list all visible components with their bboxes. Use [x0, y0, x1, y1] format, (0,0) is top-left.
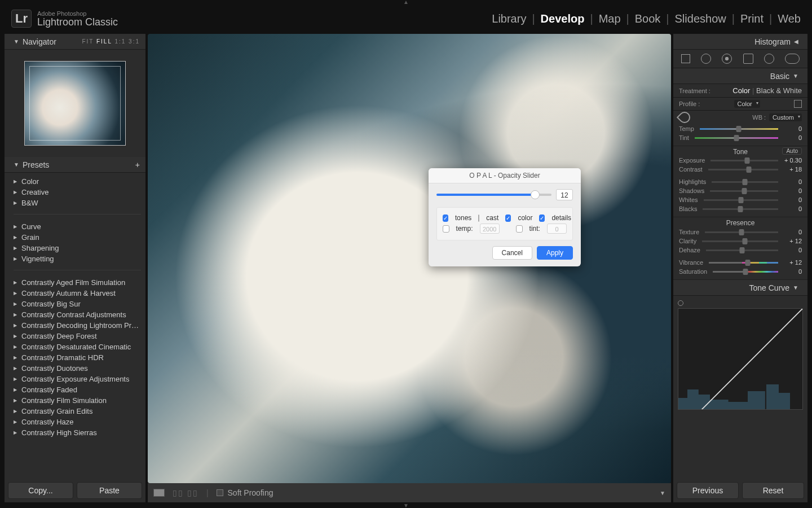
clarity-slider[interactable]: [702, 240, 778, 242]
tone-curve-header[interactable]: Tone Curve▼: [673, 280, 807, 296]
preset-item[interactable]: Grain: [14, 232, 141, 243]
reset-button[interactable]: Reset: [742, 482, 804, 499]
profile-dropdown[interactable]: Color: [734, 100, 760, 108]
tint-value[interactable]: 0: [784, 134, 802, 141]
preset-item[interactable]: Contrastly Exposure Adjustments: [14, 374, 141, 384]
treatment-bw[interactable]: Black & White: [756, 86, 802, 95]
previous-button[interactable]: Previous: [677, 482, 739, 499]
temp-field[interactable]: 2000: [480, 224, 500, 234]
contrast-slider[interactable]: [708, 169, 778, 170]
zoom-3:1[interactable]: 3:1: [129, 38, 140, 45]
preset-item[interactable]: Color: [14, 176, 141, 187]
paste-button[interactable]: Paste: [77, 482, 142, 499]
details-checkbox[interactable]: ✓: [539, 214, 545, 222]
preset-item[interactable]: Contrastly Haze: [14, 417, 141, 427]
clarity-value[interactable]: + 12: [784, 238, 802, 244]
cancel-button[interactable]: Cancel: [492, 246, 532, 260]
tint-slider[interactable]: [695, 137, 778, 139]
basic-header[interactable]: Basic▼: [673, 68, 807, 84]
brush-tool-icon[interactable]: [785, 54, 800, 64]
cast-checkbox[interactable]: [478, 214, 479, 222]
vibrance-slider[interactable]: [709, 262, 778, 264]
preset-item[interactable]: Contrastly Decoding Lightroom Presets: [14, 320, 141, 331]
blacks-value[interactable]: 0: [784, 205, 802, 212]
shadows-value[interactable]: 0: [784, 187, 802, 194]
preset-item[interactable]: Contrastly Faded: [14, 384, 141, 395]
navigator-thumbnail[interactable]: [5, 50, 145, 157]
copy-button[interactable]: Copy...: [8, 482, 73, 499]
module-library[interactable]: Library: [492, 12, 526, 25]
photo-canvas[interactable]: O P A L - Opacity Slider 12 ✓tones cast …: [148, 34, 671, 483]
preset-item[interactable]: Contrastly Dramatic HDR: [14, 352, 141, 363]
preset-item[interactable]: Curve: [14, 221, 141, 232]
preset-item[interactable]: Contrastly Autumn & Harvest: [14, 288, 141, 299]
navigator-header[interactable]: ▼ Navigator FIT FILL 1:1 3:1: [5, 34, 145, 50]
temp-value[interactable]: 0: [784, 125, 802, 132]
grad-filter-icon[interactable]: [743, 54, 753, 64]
whites-value[interactable]: 0: [784, 196, 802, 203]
soft-proofing-toggle[interactable]: Soft Proofing: [217, 488, 273, 497]
highlights-slider[interactable]: [712, 181, 778, 183]
presets-header[interactable]: ▼ Presets +: [5, 157, 145, 173]
module-book[interactable]: Book: [635, 12, 661, 25]
vibrance-value[interactable]: + 12: [784, 259, 802, 266]
profile-browser-icon[interactable]: [794, 100, 802, 108]
curve-point-toggle-icon[interactable]: [678, 300, 683, 306]
auto-button[interactable]: Auto: [782, 147, 802, 155]
zoom-FILL[interactable]: FILL: [96, 38, 114, 45]
preset-item[interactable]: Contrastly High Sierras: [14, 427, 141, 438]
loupe-view-icon[interactable]: [153, 489, 165, 497]
contrast-value[interactable]: + 18: [784, 166, 802, 173]
whites-slider[interactable]: [704, 199, 778, 201]
treatment-color[interactable]: Color: [732, 86, 750, 95]
module-slideshow[interactable]: Slideshow: [675, 12, 726, 25]
module-print[interactable]: Print: [740, 12, 764, 25]
panel-collapse-top[interactable]: ▲: [0, 0, 812, 5]
histogram-header[interactable]: Histogram◀: [673, 34, 807, 50]
module-web[interactable]: Web: [778, 12, 801, 25]
color-checkbox[interactable]: ✓: [505, 214, 511, 222]
blacks-slider[interactable]: [703, 208, 778, 210]
apply-button[interactable]: Apply: [537, 246, 573, 260]
preset-item[interactable]: Contrastly Aged Film Simulation: [14, 277, 141, 288]
navigator-zoom[interactable]: FIT FILL 1:1 3:1: [82, 38, 140, 45]
before-after-toggle[interactable]: ▯▯ ▯▯: [173, 488, 198, 497]
preset-item[interactable]: Contrastly Big Sur: [14, 299, 141, 309]
toolbar-dropdown-icon[interactable]: ▼: [660, 490, 665, 496]
preset-item[interactable]: Vignetting: [14, 253, 141, 264]
texture-value[interactable]: 0: [784, 229, 802, 235]
tones-checkbox[interactable]: ✓: [443, 214, 448, 222]
preset-item[interactable]: Contrastly Film Simulation: [14, 395, 141, 406]
preset-item[interactable]: Contrastly Grain Edits: [14, 406, 141, 417]
preset-item[interactable]: Contrastly Desaturated Cinematic: [14, 341, 141, 352]
module-map[interactable]: Map: [599, 12, 621, 25]
panel-collapse-bottom[interactable]: ▼: [0, 503, 812, 508]
zoom-1:1[interactable]: 1:1: [114, 38, 129, 45]
preset-item[interactable]: Creative: [14, 187, 141, 198]
redeye-tool-icon[interactable]: [722, 54, 732, 64]
add-preset-icon[interactable]: +: [135, 160, 140, 169]
tint-field[interactable]: 0: [547, 224, 567, 234]
wb-picker-icon[interactable]: [677, 110, 692, 125]
highlights-value[interactable]: 0: [784, 178, 802, 185]
opacity-value[interactable]: 12: [556, 189, 573, 200]
exposure-slider[interactable]: [710, 160, 778, 161]
opacity-slider[interactable]: [436, 194, 551, 196]
temp-slider[interactable]: [700, 128, 778, 130]
spot-tool-icon[interactable]: [701, 54, 711, 64]
preset-item[interactable]: B&W: [14, 198, 141, 208]
tone-curve-editor[interactable]: [678, 308, 803, 410]
preset-item[interactable]: Contrastly Contrast Adjustments: [14, 309, 141, 320]
shadows-slider[interactable]: [710, 190, 778, 192]
exposure-value[interactable]: + 0.30: [784, 157, 802, 164]
crop-tool-icon[interactable]: [681, 54, 690, 63]
saturation-slider[interactable]: [713, 271, 778, 273]
module-develop[interactable]: Develop: [541, 12, 585, 25]
preset-item[interactable]: Contrastly Duotones: [14, 363, 141, 374]
preset-item[interactable]: Sharpening: [14, 243, 141, 253]
saturation-value[interactable]: 0: [784, 268, 802, 275]
wb-dropdown[interactable]: Custom: [769, 113, 802, 121]
dehaze-slider[interactable]: [706, 249, 778, 251]
radial-filter-icon[interactable]: [764, 54, 774, 64]
slider-knob[interactable]: [531, 190, 540, 199]
